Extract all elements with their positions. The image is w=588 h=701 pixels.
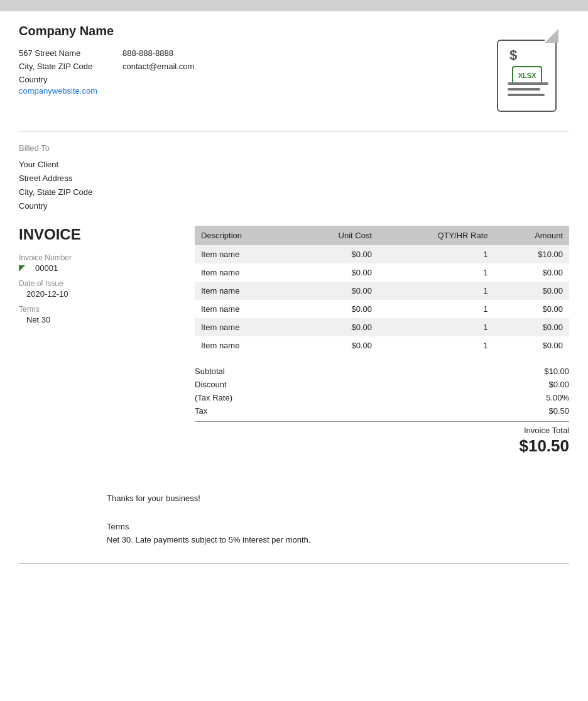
- row-amount: $0.00: [494, 300, 569, 318]
- footer-terms-text: Net 30. Late payments subject to 5% inte…: [107, 535, 569, 544]
- invoice-left: INVOICE Invoice Number 00001 Date of Iss…: [19, 226, 182, 456]
- billed-to-label: Billed To: [19, 141, 569, 155]
- table-row: Item name $0.00 1 $0.00: [195, 263, 569, 282]
- header-section: Company Name 567 Street Name City, State…: [19, 24, 569, 118]
- totals-area: Subtotal $10.00 Discount $0.00 (Tax Rate…: [195, 365, 569, 456]
- client-country: Country: [19, 199, 569, 213]
- row-amount: $0.00: [494, 318, 569, 336]
- tax-rate-label: (Tax Rate): [195, 393, 232, 402]
- client-city-state: City, State ZIP Code: [19, 185, 569, 199]
- row-unit-cost: $0.00: [293, 263, 378, 282]
- footer-terms-label: Terms: [107, 522, 569, 531]
- discount-value: $0.00: [519, 380, 569, 389]
- col-description: Description: [195, 226, 293, 245]
- company-country: Country: [19, 74, 97, 87]
- doc-line-2: [508, 88, 540, 91]
- row-description: Item name: [195, 300, 293, 318]
- invoice-logo-icon: $ XLSX: [494, 30, 563, 112]
- company-address-line2: City, State ZIP Code: [19, 60, 97, 74]
- subtotal-label: Subtotal: [195, 367, 225, 376]
- totals-tax-rate-row: (Tax Rate) 5.00%: [195, 391, 569, 404]
- tax-value: $0.50: [519, 406, 569, 416]
- row-unit-cost: $0.00: [293, 282, 378, 300]
- row-qty: 1: [378, 263, 494, 282]
- row-description: Item name: [195, 263, 293, 282]
- doc-fold: [545, 29, 558, 43]
- company-website[interactable]: companywebsite.com: [19, 86, 97, 96]
- tax-label: Tax: [195, 406, 207, 416]
- row-qty: 1: [378, 300, 494, 318]
- row-amount: $0.00: [494, 263, 569, 282]
- totals-divider: [195, 421, 569, 422]
- table-row: Item name $0.00 1 $0.00: [195, 336, 569, 355]
- client-name: Your Client: [19, 158, 569, 172]
- invoice-area: INVOICE Invoice Number 00001 Date of Iss…: [19, 226, 569, 456]
- billed-section: Billed To Your Client Street Address Cit…: [19, 141, 569, 213]
- row-qty: 1: [378, 245, 494, 263]
- tax-rate-value: 5.00%: [519, 393, 569, 402]
- invoice-total-label: Invoice Total: [195, 426, 569, 435]
- thanks-message: Thanks for your business!: [107, 494, 569, 503]
- row-amount: $0.00: [494, 282, 569, 300]
- row-amount: $0.00: [494, 336, 569, 355]
- row-description: Item name: [195, 245, 293, 263]
- company-info: Company Name 567 Street Name City, State…: [19, 24, 194, 96]
- row-amount: $10.00: [494, 245, 569, 263]
- row-unit-cost: $0.00: [293, 245, 378, 263]
- doc-line-1: [508, 82, 548, 85]
- invoice-number-label: Invoice Number: [19, 253, 182, 262]
- row-description: Item name: [195, 336, 293, 355]
- row-qty: 1: [378, 318, 494, 336]
- row-qty: 1: [378, 282, 494, 300]
- table-header-row: Description Unit Cost QTY/HR Rate Amount: [195, 226, 569, 245]
- top-bar: [0, 0, 588, 11]
- invoice-terms-value: Net 30: [19, 315, 182, 324]
- invoice-date-label: Date of Issue: [19, 279, 182, 288]
- footer-section: Thanks for your business! Terms Net 30. …: [19, 494, 569, 544]
- company-name: Company Name: [19, 24, 194, 38]
- invoice-terms-label: Terms: [19, 305, 182, 314]
- row-unit-cost: $0.00: [293, 336, 378, 355]
- row-description: Item name: [195, 318, 293, 336]
- doc-line-3: [508, 94, 545, 96]
- company-address-line1: 567 Street Name: [19, 47, 97, 60]
- table-row: Item name $0.00 1 $0.00: [195, 282, 569, 300]
- invoice-right: Description Unit Cost QTY/HR Rate Amount…: [195, 226, 569, 456]
- col-amount: Amount: [494, 226, 569, 245]
- dollar-sign-icon: $: [509, 47, 517, 63]
- table-row: Item name $0.00 1 $10.00: [195, 245, 569, 263]
- company-email: contact@email.com: [122, 60, 194, 74]
- logo-area: $ XLSX: [487, 24, 569, 118]
- row-unit-cost: $0.00: [293, 318, 378, 336]
- company-contact: 567 Street Name City, State ZIP Code Cou…: [19, 47, 194, 96]
- invoice-number-value: 00001: [28, 263, 58, 273]
- invoice-table: Description Unit Cost QTY/HR Rate Amount…: [195, 226, 569, 355]
- invoice-date-value: 2020-12-10: [19, 289, 182, 299]
- company-phone: 888-888-8888: [122, 47, 194, 60]
- footer-divider: [19, 563, 569, 564]
- row-description: Item name: [195, 282, 293, 300]
- green-corner-icon: [19, 265, 25, 272]
- client-street: Street Address: [19, 172, 569, 185]
- totals-subtotal-row: Subtotal $10.00: [195, 365, 569, 378]
- invoice-title: INVOICE: [19, 226, 182, 243]
- company-address: 567 Street Name City, State ZIP Code Cou…: [19, 47, 97, 96]
- subtotal-value: $10.00: [519, 367, 569, 376]
- table-row: Item name $0.00 1 $0.00: [195, 300, 569, 318]
- discount-label: Discount: [195, 380, 227, 389]
- row-qty: 1: [378, 336, 494, 355]
- doc-body: $ XLSX: [497, 40, 557, 112]
- company-contact-right: 888-888-8888 contact@email.com: [122, 47, 194, 96]
- col-unit-cost: Unit Cost: [293, 226, 378, 245]
- col-qty: QTY/HR Rate: [378, 226, 494, 245]
- row-unit-cost: $0.00: [293, 300, 378, 318]
- totals-tax-row: Tax $0.50: [195, 404, 569, 417]
- totals-discount-row: Discount $0.00: [195, 378, 569, 391]
- header-divider: [19, 131, 569, 131]
- invoice-total-value: $10.50: [195, 436, 569, 456]
- doc-lines: [508, 82, 548, 99]
- table-row: Item name $0.00 1 $0.00: [195, 318, 569, 336]
